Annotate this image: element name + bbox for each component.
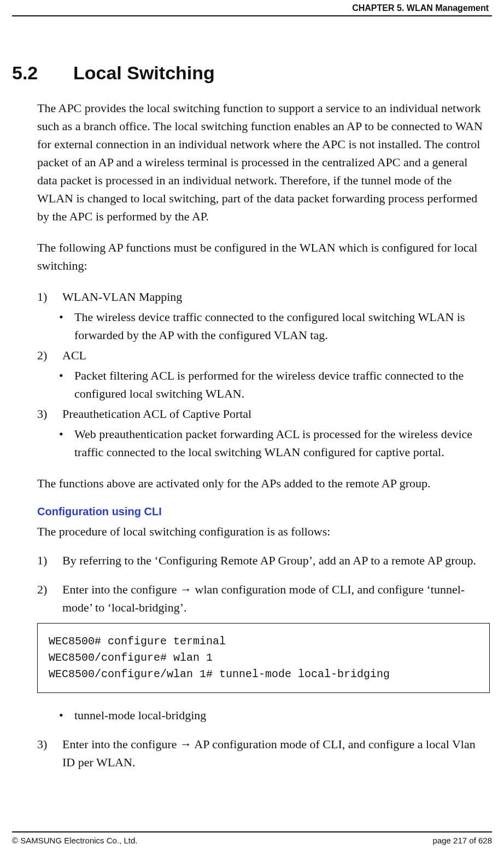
bullet-icon: •	[59, 366, 65, 403]
list-item: 1) WLAN-VLAN Mapping	[37, 288, 490, 306]
list-subtext: Web preauthentication packet forwarding …	[74, 425, 490, 461]
page-number: page 217 of 628	[433, 836, 492, 845]
step-item: 2) Enter into the configure → wlan confi…	[37, 580, 490, 616]
arrow-icon: →	[180, 583, 192, 596]
step-text-pre: Enter into the configure	[62, 737, 180, 751]
step-text: Enter into the configure → wlan configur…	[62, 580, 490, 616]
cli-intro-paragraph: The procedure of local switching configu…	[37, 522, 490, 540]
list-subitem: • The wireless device traffic connected …	[59, 308, 490, 344]
section-heading: 5.2 Local Switching	[37, 62, 490, 84]
step-item: 3) Enter into the configure → AP configu…	[37, 735, 490, 771]
list-item: 3) Preauthetication ACL of Captive Porta…	[37, 405, 490, 423]
step-item: 1) By referring to the ‘Configuring Remo…	[37, 551, 490, 569]
list-label: Preauthetication ACL of Captive Portal	[62, 405, 251, 423]
page-content: 5.2 Local Switching The APC provides the…	[12, 16, 492, 771]
footer-row: © SAMSUNG Electronics Co., Ltd. page 217…	[12, 836, 492, 845]
running-header: CHAPTER 5. WLAN Management	[12, 0, 492, 13]
list-label: ACL	[62, 346, 86, 364]
footer-rule	[12, 831, 492, 832]
document-page: CHAPTER 5. WLAN Management 5.2 Local Swi…	[0, 0, 504, 856]
section-title: Local Switching	[73, 62, 215, 84]
activated-paragraph: The functions above are activated only f…	[37, 474, 490, 492]
step-subtext: tunnel-mode local-bridging	[74, 706, 206, 724]
bullet-icon: •	[59, 425, 65, 461]
copyright-text: © SAMSUNG Electronics Co., Ltd.	[12, 836, 137, 845]
step-number: 1)	[37, 551, 52, 569]
cli-subheading: Configuration using CLI	[37, 505, 490, 518]
cli-code-block: WEC8500# configure terminal WEC8500/conf…	[37, 623, 490, 693]
step-subitem: • tunnel-mode local-bridging	[59, 706, 490, 724]
list-number: 1)	[37, 288, 52, 306]
list-subtext: Packet filtering ACL is performed for th…	[74, 366, 490, 403]
list-subitem: • Packet filtering ACL is performed for …	[59, 366, 490, 403]
step-text-pre: Enter into the configure	[62, 583, 180, 596]
list-item: 2) ACL	[37, 346, 490, 364]
list-number: 3)	[37, 405, 52, 423]
step-number: 2)	[37, 580, 52, 616]
page-footer: © SAMSUNG Electronics Co., Ltd. page 217…	[12, 831, 492, 845]
chapter-title: CHAPTER 5. WLAN Management	[352, 3, 489, 13]
section-number: 5.2	[12, 62, 65, 84]
intro-paragraph: The APC provides the local switching fun…	[37, 99, 490, 225]
list-label: WLAN-VLAN Mapping	[62, 288, 182, 306]
bullet-icon: •	[59, 308, 65, 344]
list-subtext: The wireless device traffic connected to…	[74, 308, 490, 344]
step-text: By referring to the ‘Configuring Remote …	[62, 551, 476, 569]
arrow-icon: →	[180, 737, 192, 751]
list-number: 2)	[37, 346, 52, 364]
bullet-icon: •	[59, 706, 65, 724]
followup-paragraph: The following AP functions must be confi…	[37, 238, 490, 275]
step-text: Enter into the configure → AP configurat…	[62, 735, 490, 771]
step-number: 3)	[37, 735, 52, 771]
list-subitem: • Web preauthentication packet forwardin…	[59, 425, 490, 461]
